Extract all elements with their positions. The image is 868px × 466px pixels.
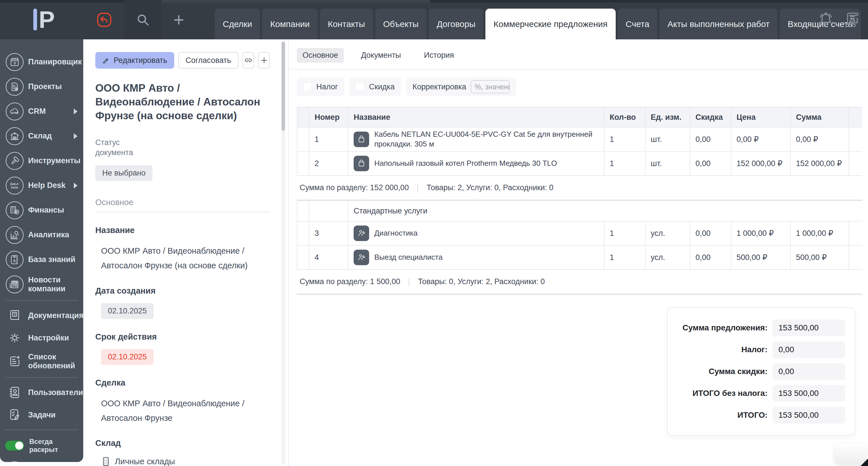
sidebar-item-warehouse[interactable]: Склад [0,124,83,149]
notifications-bell-icon[interactable] [817,11,835,29]
warehouse-label: Склад [95,438,270,448]
panel-scrollbar-track[interactable] [281,40,285,464]
sidebar-item-knowledge-base[interactable]: A База знаний [0,247,83,272]
tab-companies[interactable]: Компании [262,9,318,39]
tab-commercial-proposals[interactable]: Коммерческие предложения [485,9,615,39]
table-header-row: Номер Название Кол-во Ед. изм. Скидка Це… [297,108,862,127]
chevron-right-icon [74,133,78,139]
sidebar-item-crm[interactable]: CRM CRM [0,99,83,124]
always-expanded-toggle[interactable] [5,441,24,450]
sidebar-item-projects[interactable]: Проекты [0,75,83,99]
service-icon [353,226,369,241]
table-row[interactable]: 3 Диагностика 1 усл. 0,00 1 000,00 ₽ 1 0… [297,222,862,245]
total-row: ИТОГО без налога: 153 500,00 [677,385,845,402]
created-date-chip[interactable]: 02.10.2025 [101,303,154,319]
back-button[interactable] [91,0,117,39]
product-bag-icon [353,132,369,147]
status-value-chip[interactable]: Не выбрано [95,165,152,181]
tab-history[interactable]: История [418,48,460,63]
warehouse-value[interactable]: Личные склады [101,457,270,466]
header-unit: Ед. изм. [646,108,690,127]
sidebar-item-documentation[interactable]: ? Документация [0,304,83,327]
search-button[interactable] [125,0,161,39]
table-row[interactable]: 4 Выезд специалиста 1 усл. 0,00 500,00 ₽… [297,245,862,270]
tab-main[interactable]: Основное [297,48,344,63]
chevron-right-icon [74,183,78,188]
adjustment-control: Корректировка %, значени [406,78,516,96]
users-book-icon [5,385,24,399]
proposal-sum-field[interactable]: 153 500,00 [773,319,845,336]
logo-letter: P [39,9,55,30]
sidebar-item-planner[interactable]: 3 Планировщик [0,50,83,75]
building-icon [101,457,111,466]
svg-text:HELP: HELP [11,183,19,185]
total-row: ИТОГО: 153 500,00 [677,407,845,424]
crm-cloud-icon: CRM [6,103,24,120]
svg-text:NEWS: NEWS [12,282,17,284]
finance-calculator-icon: ₽ [6,201,24,219]
browser-tab-strip [161,0,431,3]
chevron-right-icon [74,109,78,114]
tab-contracts[interactable]: Договоры [429,9,484,39]
discount-toggle[interactable]: Скидка [349,78,401,96]
sidebar-item-company-news[interactable]: NEWS Новости компании [0,272,83,297]
total-row: Сумма скидки: 0,00 [677,363,845,380]
documentation-book-icon: ? [5,309,24,322]
grand-total-field[interactable]: 153 500,00 [773,407,845,424]
section-title: Стандартные услуги [348,201,862,222]
tabs-divider [289,69,868,69]
topbar: P + Сделки Компании Контакты Объекты Дог… [0,0,868,39]
sidebar-item-analytics[interactable]: Аналитика [0,223,83,247]
sidebar-item-helpdesk[interactable]: HELPDESK Help Desk [0,173,83,198]
settings-gear-icon [5,331,24,345]
approval-document-icon[interactable] [842,11,861,29]
tax-toggle[interactable]: Налог [297,78,344,96]
sidebar-item-tools[interactable]: Инструменты [0,149,83,173]
sidebar-item-tasks[interactable]: Задачи [0,404,83,426]
valid-until-label: Срок действия [95,332,270,342]
edit-button[interactable]: Редактировать [95,52,174,69]
tab-invoices[interactable]: Счета [618,9,658,39]
main-content: Основное Документы История Налог Скидка … [289,39,868,466]
add-button[interactable] [258,52,270,69]
header-number: Номер [309,108,348,127]
tab-acts[interactable]: Акты выполненных работ [659,9,778,39]
tab-objects[interactable]: Объекты [375,9,427,39]
tools-hammer-icon [6,152,24,170]
table-controls: Налог Скидка Корректировка %, значени [297,78,862,96]
sidebar-item-updates-list[interactable]: Список обновлений [0,349,83,374]
tax-field[interactable]: 0,00 [773,341,845,358]
svg-text:DESK: DESK [11,186,19,189]
approve-button[interactable]: Согласовать [178,52,239,69]
tab-documents[interactable]: Документы [355,48,407,63]
tab-contacts[interactable]: Контакты [320,9,373,39]
total-without-tax-field[interactable]: 153 500,00 [773,385,845,402]
discount-checkbox[interactable] [355,83,364,91]
helpdesk-icon: HELPDESK [6,177,24,195]
sidebar-item-finance[interactable]: ₽ Финансы [0,198,83,223]
table-row[interactable]: 2 Напольный газовый котел Protherm Медве… [297,152,862,176]
deal-label: Сделка [95,378,270,387]
adjustment-mode-select[interactable]: %, значени [471,80,510,93]
create-button[interactable]: + [166,0,192,39]
total-row: Налог: 0,00 [677,341,845,358]
knowledge-book-icon: A [6,251,24,269]
analytics-chart-icon [6,226,24,244]
copy-link-button[interactable] [243,52,254,69]
document-actions: Редактировать Согласовать [95,52,270,69]
deal-value[interactable]: ООО КМР Авто / Видеонаблюдение / Автосал… [101,396,270,426]
plus-icon [259,56,269,65]
discount-sum-field[interactable]: 0,00 [773,363,845,380]
header-empty-end [849,108,862,127]
sidebar-item-users[interactable]: Пользователи [0,381,83,404]
table-row[interactable]: 1 Кабель NETLAN EC-UU004-5E-PVC-GY Cat 5… [297,127,862,152]
tax-checkbox[interactable] [303,83,312,91]
panel-scrollbar-thumb[interactable] [282,42,285,131]
news-icon: NEWS [6,275,24,293]
valid-until-chip[interactable]: 02.10.2025 [101,349,154,365]
sidebar-item-settings[interactable]: Настройки [0,327,83,349]
sidebar-user-profile[interactable]: Анвар [0,458,83,462]
svg-text:₽: ₽ [16,211,18,214]
tab-deals[interactable]: Сделки [215,9,260,39]
header-discount: Скидка [690,108,732,127]
